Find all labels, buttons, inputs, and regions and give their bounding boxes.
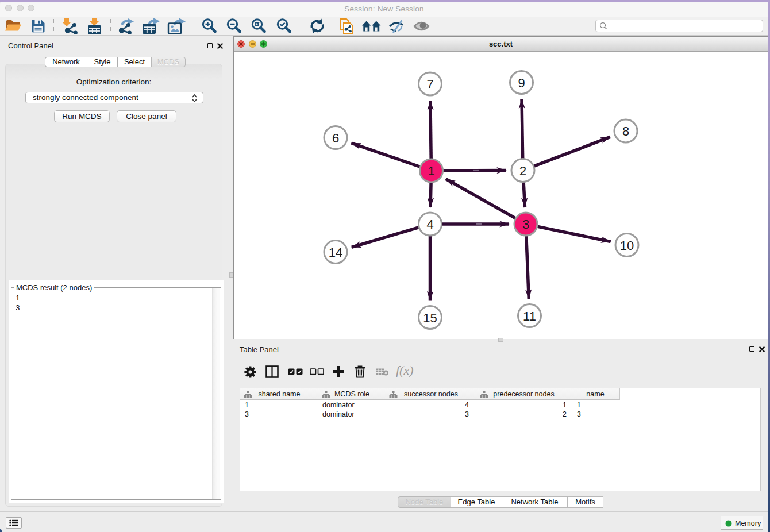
svg-text:8: 8 — [622, 124, 629, 138]
svg-text:3: 3 — [522, 217, 529, 232]
svg-text:6: 6 — [332, 131, 339, 145]
svg-text:7: 7 — [426, 77, 433, 91]
svg-text:10: 10 — [620, 238, 634, 253]
svg-text:9: 9 — [518, 76, 525, 90]
svg-text:15: 15 — [423, 311, 437, 325]
svg-text:1: 1 — [428, 164, 434, 178]
svg-text:2: 2 — [519, 164, 526, 178]
svg-text:11: 11 — [523, 309, 536, 323]
svg-text:14: 14 — [329, 245, 342, 260]
svg-text:4: 4 — [426, 217, 433, 232]
